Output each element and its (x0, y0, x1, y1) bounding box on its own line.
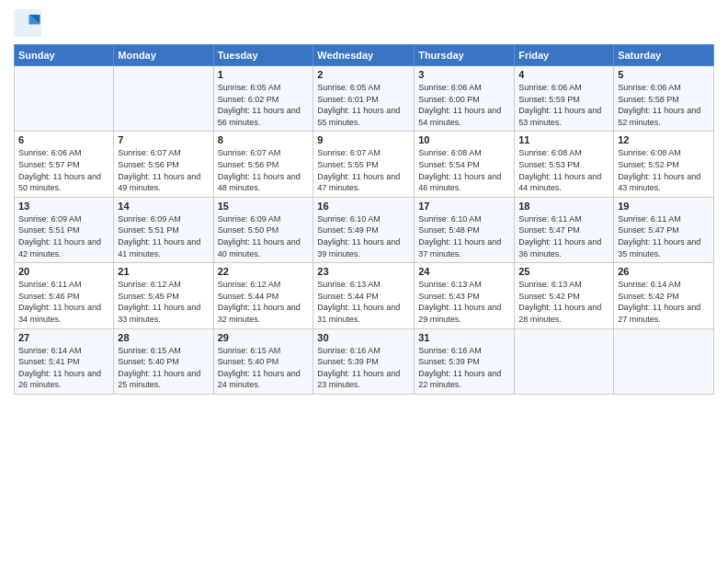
calendar-cell: 28Sunrise: 6:15 AMSunset: 5:40 PMDayligh… (114, 328, 213, 394)
day-info: Sunrise: 6:08 AMSunset: 5:54 PMDaylight:… (418, 147, 510, 193)
day-number: 16 (317, 201, 410, 212)
day-info: Sunrise: 6:12 AMSunset: 5:44 PMDaylight:… (218, 279, 310, 325)
day-info: Sunrise: 6:06 AMSunset: 5:57 PMDaylight:… (18, 147, 109, 193)
day-info: Sunrise: 6:05 AMSunset: 6:02 PMDaylight:… (218, 82, 310, 128)
calendar-cell: 4Sunrise: 6:06 AMSunset: 5:59 PMDaylight… (515, 66, 614, 132)
day-info: Sunrise: 6:09 AMSunset: 5:50 PMDaylight:… (218, 213, 310, 259)
calendar-cell: 8Sunrise: 6:07 AMSunset: 5:56 PMDaylight… (213, 132, 313, 197)
calendar-cell: 7Sunrise: 6:07 AMSunset: 5:56 PMDaylight… (114, 132, 213, 197)
day-number: 6 (18, 134, 109, 145)
day-info: Sunrise: 6:06 AMSunset: 6:00 PMDaylight:… (418, 82, 510, 128)
header (14, 9, 714, 37)
calendar-cell (114, 66, 213, 132)
day-info: Sunrise: 6:08 AMSunset: 5:53 PMDaylight:… (518, 147, 609, 193)
day-info: Sunrise: 6:10 AMSunset: 5:49 PMDaylight:… (317, 213, 410, 259)
day-number: 10 (418, 134, 510, 145)
day-number: 25 (518, 266, 609, 277)
weekday-header-row: SundayMondayTuesdayWednesdayThursdayFrid… (15, 45, 714, 66)
day-number: 1 (218, 69, 310, 80)
day-number: 17 (418, 201, 510, 212)
calendar-cell: 5Sunrise: 6:06 AMSunset: 5:58 PMDaylight… (614, 66, 714, 132)
calendar-cell: 3Sunrise: 6:06 AMSunset: 6:00 PMDaylight… (415, 66, 515, 132)
calendar-cell (614, 328, 714, 394)
day-number: 5 (618, 69, 710, 80)
calendar-week-row: 20Sunrise: 6:11 AMSunset: 5:46 PMDayligh… (15, 263, 714, 328)
day-info: Sunrise: 6:13 AMSunset: 5:44 PMDaylight:… (317, 279, 410, 325)
day-info: Sunrise: 6:08 AMSunset: 5:52 PMDaylight:… (618, 147, 710, 193)
day-info: Sunrise: 6:16 AMSunset: 5:39 PMDaylight:… (418, 345, 510, 391)
day-number: 18 (518, 201, 609, 212)
day-info: Sunrise: 6:15 AMSunset: 5:40 PMDaylight:… (118, 345, 209, 391)
day-info: Sunrise: 6:11 AMSunset: 5:46 PMDaylight:… (18, 279, 109, 325)
day-number: 20 (18, 266, 109, 277)
calendar-cell: 14Sunrise: 6:09 AMSunset: 5:51 PMDayligh… (114, 197, 213, 262)
calendar-cell: 13Sunrise: 6:09 AMSunset: 5:51 PMDayligh… (15, 197, 114, 262)
logo (14, 9, 45, 37)
weekday-header: Monday (114, 45, 213, 66)
day-info: Sunrise: 6:09 AMSunset: 5:51 PMDaylight:… (118, 213, 209, 259)
day-info: Sunrise: 6:05 AMSunset: 6:01 PMDaylight:… (317, 82, 410, 128)
day-number: 21 (118, 266, 209, 277)
calendar-cell: 9Sunrise: 6:07 AMSunset: 5:55 PMDaylight… (313, 132, 415, 197)
weekday-header: Saturday (614, 45, 714, 66)
day-info: Sunrise: 6:14 AMSunset: 5:42 PMDaylight:… (618, 279, 710, 325)
day-info: Sunrise: 6:13 AMSunset: 5:43 PMDaylight:… (418, 279, 510, 325)
page: SundayMondayTuesdayWednesdayThursdayFrid… (0, 0, 728, 563)
calendar-week-row: 27Sunrise: 6:14 AMSunset: 5:41 PMDayligh… (15, 328, 714, 394)
calendar-cell: 25Sunrise: 6:13 AMSunset: 5:42 PMDayligh… (515, 263, 614, 328)
calendar-cell: 18Sunrise: 6:11 AMSunset: 5:47 PMDayligh… (515, 197, 614, 262)
calendar-cell: 17Sunrise: 6:10 AMSunset: 5:48 PMDayligh… (415, 197, 515, 262)
day-number: 11 (518, 134, 609, 145)
day-number: 4 (518, 69, 609, 80)
day-number: 2 (317, 69, 410, 80)
day-number: 28 (118, 332, 209, 343)
calendar-cell: 11Sunrise: 6:08 AMSunset: 5:53 PMDayligh… (515, 132, 614, 197)
calendar-week-row: 1Sunrise: 6:05 AMSunset: 6:02 PMDaylight… (15, 66, 714, 132)
weekday-header: Wednesday (313, 45, 415, 66)
weekday-header: Tuesday (213, 45, 313, 66)
day-info: Sunrise: 6:12 AMSunset: 5:45 PMDaylight:… (118, 279, 209, 325)
calendar-cell: 16Sunrise: 6:10 AMSunset: 5:49 PMDayligh… (313, 197, 415, 262)
logo-icon (14, 9, 41, 37)
day-number: 27 (18, 332, 109, 343)
calendar-week-row: 13Sunrise: 6:09 AMSunset: 5:51 PMDayligh… (15, 197, 714, 262)
day-info: Sunrise: 6:07 AMSunset: 5:56 PMDaylight:… (218, 147, 310, 193)
calendar-week-row: 6Sunrise: 6:06 AMSunset: 5:57 PMDaylight… (15, 132, 714, 197)
calendar-cell: 27Sunrise: 6:14 AMSunset: 5:41 PMDayligh… (15, 328, 114, 394)
day-info: Sunrise: 6:06 AMSunset: 5:59 PMDaylight:… (518, 82, 609, 128)
calendar-cell: 19Sunrise: 6:11 AMSunset: 5:47 PMDayligh… (614, 197, 714, 262)
day-number: 29 (218, 332, 310, 343)
calendar-cell: 1Sunrise: 6:05 AMSunset: 6:02 PMDaylight… (213, 66, 313, 132)
day-info: Sunrise: 6:15 AMSunset: 5:40 PMDaylight:… (218, 345, 310, 391)
day-info: Sunrise: 6:07 AMSunset: 5:56 PMDaylight:… (118, 147, 209, 193)
day-number: 31 (418, 332, 510, 343)
calendar-cell: 24Sunrise: 6:13 AMSunset: 5:43 PMDayligh… (415, 263, 515, 328)
calendar-cell: 29Sunrise: 6:15 AMSunset: 5:40 PMDayligh… (213, 328, 313, 394)
day-info: Sunrise: 6:10 AMSunset: 5:48 PMDaylight:… (418, 213, 510, 259)
day-number: 26 (618, 266, 710, 277)
day-info: Sunrise: 6:07 AMSunset: 5:55 PMDaylight:… (317, 147, 410, 193)
calendar-cell: 15Sunrise: 6:09 AMSunset: 5:50 PMDayligh… (213, 197, 313, 262)
day-number: 14 (118, 201, 209, 212)
calendar-cell: 31Sunrise: 6:16 AMSunset: 5:39 PMDayligh… (415, 328, 515, 394)
day-number: 19 (618, 201, 710, 212)
weekday-header: Sunday (15, 45, 114, 66)
day-info: Sunrise: 6:06 AMSunset: 5:58 PMDaylight:… (618, 82, 710, 128)
day-info: Sunrise: 6:14 AMSunset: 5:41 PMDaylight:… (18, 345, 109, 391)
day-number: 13 (18, 201, 109, 212)
weekday-header: Friday (515, 45, 614, 66)
day-number: 23 (317, 266, 410, 277)
day-number: 7 (118, 134, 209, 145)
calendar-table: SundayMondayTuesdayWednesdayThursdayFrid… (14, 44, 714, 395)
calendar-cell: 21Sunrise: 6:12 AMSunset: 5:45 PMDayligh… (114, 263, 213, 328)
calendar-cell: 22Sunrise: 6:12 AMSunset: 5:44 PMDayligh… (213, 263, 313, 328)
day-info: Sunrise: 6:13 AMSunset: 5:42 PMDaylight:… (518, 279, 609, 325)
calendar-cell: 26Sunrise: 6:14 AMSunset: 5:42 PMDayligh… (614, 263, 714, 328)
day-number: 22 (218, 266, 310, 277)
calendar-cell: 10Sunrise: 6:08 AMSunset: 5:54 PMDayligh… (415, 132, 515, 197)
day-number: 15 (218, 201, 310, 212)
calendar-cell: 2Sunrise: 6:05 AMSunset: 6:01 PMDaylight… (313, 66, 415, 132)
calendar-cell (515, 328, 614, 394)
calendar-cell: 20Sunrise: 6:11 AMSunset: 5:46 PMDayligh… (15, 263, 114, 328)
weekday-header: Thursday (415, 45, 515, 66)
